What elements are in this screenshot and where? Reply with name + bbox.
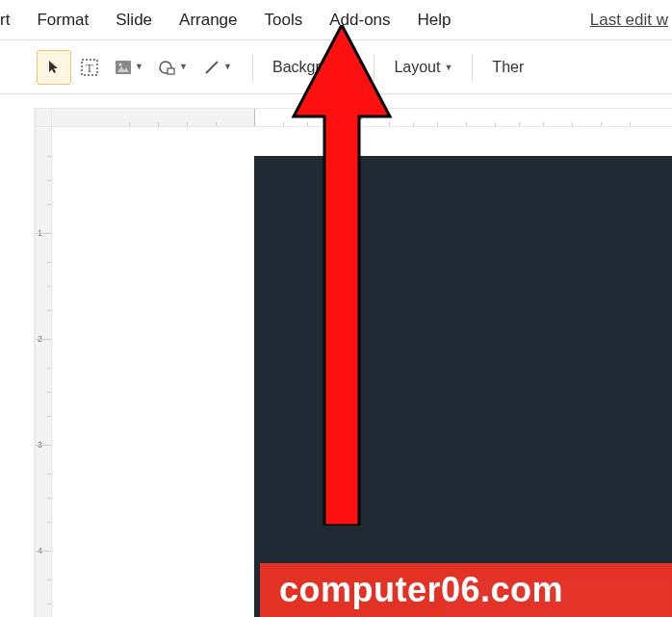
chevron-down-icon: ▼ <box>223 62 232 71</box>
separator <box>252 54 253 81</box>
separator <box>472 54 473 81</box>
theme-button[interactable]: Ther <box>480 53 535 82</box>
svg-text:T: T <box>86 62 93 75</box>
menu-tools[interactable]: Tools <box>251 3 317 38</box>
line-icon <box>203 59 220 76</box>
ruler-corner <box>35 108 52 127</box>
svg-point-4 <box>119 63 122 65</box>
watermark-text: computer06.com <box>279 570 563 610</box>
slide-canvas-area[interactable] <box>52 127 672 617</box>
menu-arrange[interactable]: Arrange <box>166 3 250 38</box>
textbox-icon: T <box>80 58 99 77</box>
thumbnail-rail[interactable] <box>0 108 35 617</box>
ruler-label: 1 <box>357 111 363 121</box>
menu-bar: rt Format Slide Arrange Tools Add-ons He… <box>0 0 672 40</box>
horizontal-ruler[interactable]: 1 <box>52 108 672 127</box>
layout-label: Layout <box>394 59 440 76</box>
image-tool[interactable]: ▼ <box>108 51 150 84</box>
chevron-down-icon: ▼ <box>179 62 188 71</box>
background-label: Background <box>272 59 354 76</box>
separator <box>374 54 375 81</box>
image-icon <box>115 60 132 75</box>
chevron-down-icon: ▼ <box>135 62 143 71</box>
svg-rect-6 <box>168 68 174 74</box>
line-tool[interactable]: ▼ <box>196 51 239 84</box>
layout-button[interactable]: Layout ▼ <box>382 53 464 82</box>
svg-line-7 <box>206 62 218 73</box>
textbox-tool[interactable]: T <box>73 51 106 84</box>
shape-icon <box>159 59 176 76</box>
menu-help[interactable]: Help <box>404 3 465 38</box>
shape-tool[interactable]: ▼ <box>152 51 194 84</box>
workspace: 1 1 2 3 4 <box>0 94 672 617</box>
last-edit-link[interactable]: Last edit w <box>577 3 668 38</box>
select-tool[interactable] <box>37 50 71 85</box>
menu-addons[interactable]: Add-ons <box>316 3 403 38</box>
menu-format[interactable]: Format <box>23 3 102 38</box>
menu-insert[interactable]: rt <box>0 3 23 38</box>
theme-label: Ther <box>492 59 524 76</box>
chevron-down-icon: ▼ <box>444 63 452 72</box>
background-button[interactable]: Background <box>261 53 366 82</box>
vertical-ruler[interactable]: 1 2 3 4 <box>35 127 52 617</box>
slide[interactable] <box>254 156 672 617</box>
watermark: computer06.com <box>260 563 672 617</box>
menu-slide[interactable]: Slide <box>102 3 166 38</box>
cursor-icon <box>46 60 62 75</box>
toolbar: T ▼ ▼ ▼ Background Layout ▼ Ther <box>0 40 672 94</box>
